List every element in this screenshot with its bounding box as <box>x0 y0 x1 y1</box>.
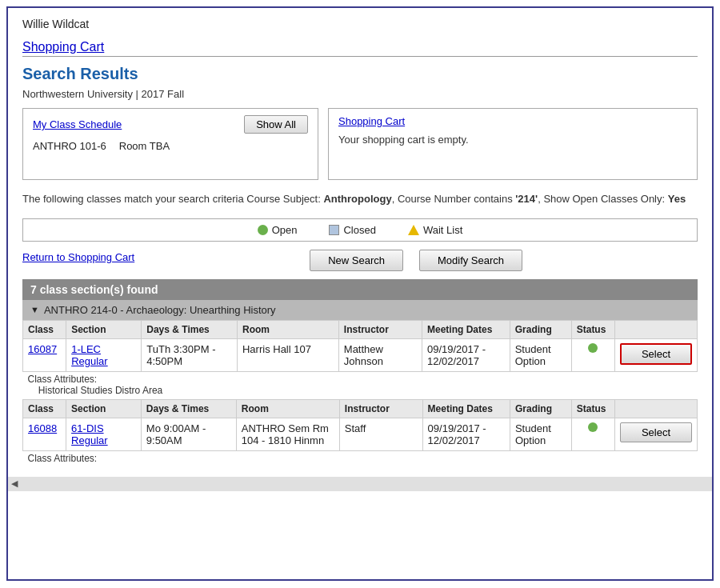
cart-empty-message: Your shopping cart is empty. <box>338 134 687 146</box>
collapse-arrow-icon[interactable]: ▼ <box>30 305 39 314</box>
open-legend: Open <box>258 224 298 236</box>
open-status-icon <box>588 343 598 353</box>
user-name: Willie Wildcat <box>22 18 698 30</box>
days-times-cell-2: Mo 9:00AM - 9:50AM <box>141 418 236 450</box>
col-header-instructor: Instructor <box>338 320 422 338</box>
cart-panel: Shopping Cart Your shopping cart is empt… <box>328 108 698 180</box>
results-table-1: Class Section Days & Times Room Instruct… <box>22 320 698 399</box>
open-status-icon-2 <box>588 422 598 432</box>
col-header-class-2: Class <box>23 399 66 418</box>
attributes-cell-1: Class Attributes: Historical Studies Dis… <box>23 371 698 399</box>
col-header-action-2 <box>614 399 697 418</box>
results-count-bar: 7 class section(s) found <box>22 279 698 300</box>
class-id-link[interactable]: 16087 <box>28 343 57 355</box>
class-code: ANTHRO 101-6 <box>33 140 106 152</box>
status-cell-2 <box>571 418 614 450</box>
open-icon <box>258 225 268 235</box>
waitlist-icon <box>408 225 419 235</box>
results-table-2: Class Section Days & Times Room Instruct… <box>22 399 698 467</box>
cart-panel-link[interactable]: Shopping Cart <box>338 115 405 127</box>
col-header-section-2: Section <box>66 399 142 418</box>
section-cell: 1-LECRegular <box>66 338 142 371</box>
select-button-2[interactable]: Select <box>620 422 692 442</box>
table-row-2: 16088 61-DISRegular Mo 9:00AM - 9:50AM A… <box>23 418 698 450</box>
col-header-room-2: Room <box>236 399 339 418</box>
col-header-meeting-2: Meeting Dates <box>422 399 510 418</box>
status-cell <box>571 338 614 371</box>
closed-icon <box>329 225 339 235</box>
attributes-row-2: Class Attributes: <box>23 450 698 467</box>
col-header-days: Days & Times <box>142 320 238 338</box>
waitlist-label: Wait List <box>423 224 462 236</box>
open-label: Open <box>272 224 298 236</box>
room-cell: Harris Hall 107 <box>237 338 338 371</box>
legend-bar: Open Closed Wait List <box>22 218 698 242</box>
class-schedule-row: ANTHRO 101-6 Room TBA <box>33 140 308 152</box>
show-all-button[interactable]: Show All <box>244 115 308 134</box>
table-row: 16087 1-LECRegular TuTh 3:30PM - 4:50PM … <box>23 338 698 371</box>
class-room: Room TBA <box>119 140 170 152</box>
search-criteria: The following classes match your search … <box>22 191 698 207</box>
my-class-schedule-link[interactable]: My Class Schedule <box>33 118 122 130</box>
section-type-link-2[interactable]: 61-DISRegular <box>71 422 108 446</box>
waitlist-legend: Wait List <box>408 224 462 236</box>
col-header-class: Class <box>23 320 66 338</box>
col-header-room: Room <box>237 320 338 338</box>
class-id-cell: 16087 <box>23 338 66 371</box>
select-button-1[interactable]: Select <box>620 343 692 365</box>
class-id-link-2[interactable]: 16088 <box>28 422 57 434</box>
section-cell-2: 61-DISRegular <box>66 418 142 450</box>
instructor-cell: MatthewJohnson <box>338 338 422 371</box>
col-header-status: Status <box>571 320 614 338</box>
shopping-cart-link[interactable]: Shopping Cart <box>22 40 104 54</box>
instructor-cell-2: Staff <box>339 418 422 450</box>
col-header-meeting: Meeting Dates <box>422 320 510 338</box>
return-to-shopping-cart-link[interactable]: Return to Shopping Cart <box>22 251 134 263</box>
scroll-bar: ◀ <box>8 477 712 491</box>
closed-legend: Closed <box>329 224 375 236</box>
course-group-name: ANTHRO 214-0 - Archaeology: Unearthing H… <box>44 304 276 316</box>
modify-search-button[interactable]: Modify Search <box>419 250 522 271</box>
search-results-heading: Search Results <box>22 65 698 83</box>
action-cell-2: Select <box>614 418 697 450</box>
col-header-status-2: Status <box>571 399 614 418</box>
attributes-cell-2: Class Attributes: <box>23 450 698 467</box>
col-header-days-2: Days & Times <box>141 399 236 418</box>
attributes-row-1: Class Attributes: Historical Studies Dis… <box>23 371 698 399</box>
meeting-dates-cell: 09/19/2017 -12/02/2017 <box>422 338 510 371</box>
action-cell: Select <box>614 338 697 371</box>
col-header-section: Section <box>66 320 142 338</box>
course-group-header: ▼ ANTHRO 214-0 - Archaeology: Unearthing… <box>22 300 698 320</box>
col-header-grading: Grading <box>510 320 571 338</box>
room-cell-2: ANTHRO Sem Rm 104 - 1810 Hinmn <box>236 418 339 450</box>
col-header-grading-2: Grading <box>510 399 571 418</box>
section-type-link[interactable]: 1-LECRegular <box>71 343 108 367</box>
schedule-panel: My Class Schedule Show All ANTHRO 101-6 … <box>22 108 318 180</box>
closed-label: Closed <box>343 224 375 236</box>
university-info: Northwestern University | 2017 Fall <box>22 88 698 100</box>
grading-cell-2: Student Option <box>510 418 571 450</box>
new-search-button[interactable]: New Search <box>310 250 403 271</box>
col-header-instructor-2: Instructor <box>339 399 422 418</box>
grading-cell: Student Option <box>510 338 571 371</box>
col-header-action <box>614 320 697 338</box>
meeting-dates-cell-2: 09/19/2017 -12/02/2017 <box>422 418 510 450</box>
scroll-left-arrow[interactable]: ◀ <box>8 478 21 489</box>
days-times-cell: TuTh 3:30PM - 4:50PM <box>142 338 238 371</box>
class-id-cell-2: 16088 <box>23 418 66 450</box>
